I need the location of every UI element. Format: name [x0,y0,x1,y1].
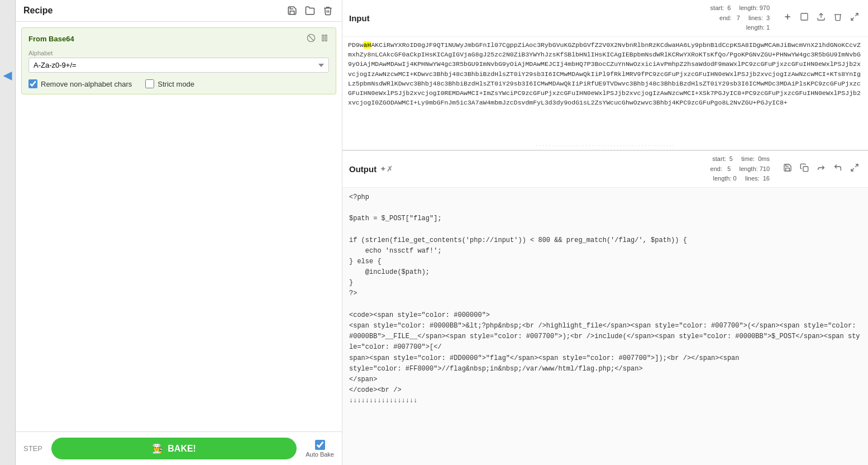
input-upload-button[interactable] [814,11,828,25]
auto-bake-label: Auto Bake [306,451,334,458]
output-send-button[interactable] [814,162,828,175]
input-stats: start: 6 length: 970 end: 7 lines: 3 len… [710,3,770,33]
bake-label: BAKE! [168,444,196,454]
delete-button[interactable] [322,4,334,17]
left-panel: Recipe [16,0,342,465]
highlight: aH [364,41,371,49]
disable-button[interactable] [307,34,316,44]
svg-rect-10 [803,167,808,172]
recipe-title: Recipe [23,6,53,16]
bake-button[interactable]: 👨‍🍳 BAKE! [51,438,297,459]
from-base64-card: From Base64 [21,27,336,94]
remove-nonalpha-checkbox-item[interactable]: Remove non-alphabet chars [28,79,132,88]
input-content[interactable]: PD9waHAKCiRwYXRoID0gJF9QT1NUWyJmbGFnIl07… [342,37,868,141]
output-actions [781,162,861,175]
separator: · · · · · · · · · · · · · · · · · · · · … [342,141,868,150]
checkbox-row: Remove non-alphabet chars Strict mode [28,79,329,88]
bake-icon: 👨‍🍳 [152,443,163,454]
output-expand-button[interactable] [848,162,861,175]
input-header: Input start: 6 length: 970 end: 7 lines:… [342,0,868,37]
left-spacer [16,100,342,431]
card-title: From Base64 [28,35,74,43]
svg-line-12 [851,169,854,172]
open-folder-button[interactable] [304,4,316,17]
output-meta: start: 5 time: 0ms end: 5 length: 710 le… [710,154,861,184]
input-expand-button[interactable] [848,11,861,25]
recipe-header: Recipe [16,0,342,22]
output-stats: start: 5 time: 0ms end: 5 length: 710 le… [710,154,770,184]
input-meta: start: 6 length: 970 end: 7 lines: 3 len… [710,3,861,33]
output-header: Output ✦✗ start: 5 time: 0ms end: 5 leng… [342,151,868,188]
strict-mode-checkbox[interactable] [145,79,154,88]
strict-mode-checkbox-item[interactable]: Strict mode [145,79,194,88]
auto-bake-checkbox[interactable] [315,440,325,450]
output-section: Output ✦✗ start: 5 time: 0ms end: 5 leng… [342,151,868,465]
auto-bake-section: Auto Bake [306,440,334,458]
svg-rect-6 [801,13,808,20]
output-content[interactable]: <?php $path = $_POST["flag"]; if (strlen… [342,188,868,465]
output-copy-button[interactable] [798,162,811,175]
pause-button[interactable] [320,34,329,44]
recipe-icons [286,4,334,17]
main-container: Recipe [16,0,868,465]
input-actions [781,11,861,25]
svg-line-11 [855,164,858,167]
left-strip [0,0,16,465]
output-title: Output [349,164,376,174]
strict-mode-label: Strict mode [158,80,194,88]
input-title: Input [349,13,370,23]
bottom-bar: STEP 👨‍🍳 BAKE! Auto Bake [16,431,342,465]
card-controls [307,34,329,44]
sidebar-arrow[interactable] [3,72,12,80]
input-add-button[interactable] [781,11,794,25]
alphabet-label: Alphabet [28,50,329,56]
output-save-button[interactable] [781,162,794,175]
output-undo-button[interactable] [831,162,845,175]
svg-line-8 [855,13,858,16]
save-button[interactable] [286,4,298,17]
alphabet-select[interactable]: A-Za-z0-9+/= A-Za-z0-9-_= A-Za-z0-9+/ [28,58,329,73]
remove-nonalpha-checkbox[interactable] [28,79,37,88]
step-label: STEP [23,444,42,453]
wand-icon[interactable]: ✦✗ [380,164,393,173]
card-header: From Base64 [28,34,329,44]
input-new-button[interactable] [798,11,811,25]
right-panel: Input start: 6 length: 970 end: 7 lines:… [342,0,868,465]
svg-line-1 [308,35,313,40]
input-delete-button[interactable] [831,11,845,25]
svg-rect-2 [322,35,324,41]
input-section: Input start: 6 length: 970 end: 7 lines:… [342,0,868,151]
svg-line-9 [851,18,854,21]
output-title-row: Output ✦✗ [349,164,393,174]
remove-nonalpha-label: Remove non-alphabet chars [41,80,132,88]
svg-rect-3 [325,35,327,41]
